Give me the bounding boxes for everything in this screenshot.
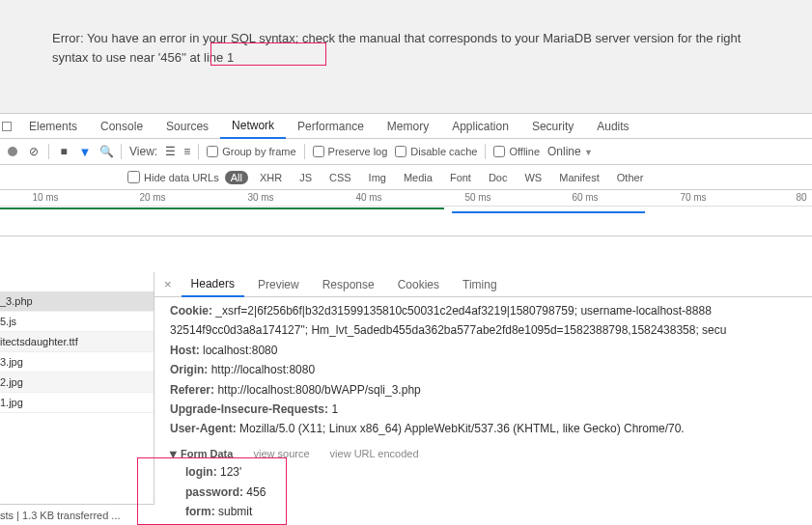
request-list: _3.php 5.js itectsdaughter.ttf 3.jpg 2.j… [0, 272, 154, 525]
tab-elements[interactable]: Elements [17, 114, 89, 139]
timeline-tick: 40 ms [355, 192, 381, 203]
timeline-tick: 50 ms [464, 192, 490, 203]
group-by-frame-checkbox[interactable]: Group by frame [207, 146, 295, 157]
view-url-encoded-link[interactable]: view URL encoded [330, 448, 419, 459]
timeline-tick: 10 ms [32, 192, 58, 203]
request-row[interactable]: 1.jpg [0, 393, 154, 413]
offline-checkbox[interactable]: Offline [493, 146, 540, 157]
timeline-bar-load [0, 207, 444, 209]
network-split-view: _3.php 5.js itectsdaughter.ttf 3.jpg 2.j… [0, 272, 812, 525]
request-row[interactable]: 2.jpg [0, 373, 154, 393]
separator [485, 144, 486, 159]
request-row[interactable]: itectsdaughter.ttf [0, 332, 154, 352]
network-filter-bar: Hide data URLs All XHR JS CSS Img Media … [0, 165, 812, 190]
header-key-origin: Origin: [170, 363, 208, 376]
form-val-password: 456 [246, 485, 266, 499]
separator [304, 144, 305, 159]
filter-media[interactable]: Media [398, 171, 438, 184]
close-icon[interactable]: × [158, 277, 178, 291]
network-timeline[interactable]: 10 ms 20 ms 30 ms 40 ms 50 ms 60 ms 70 m… [0, 190, 812, 236]
header-key-ua: User-Agent: [170, 422, 237, 435]
devtools-main-tabs: Elements Console Sources Network Perform… [0, 114, 812, 139]
tab-performance[interactable]: Performance [286, 114, 376, 139]
tab-console[interactable]: Console [89, 114, 154, 139]
header-key-referer: Referer: [170, 383, 214, 397]
form-data-section-header[interactable]: ▶Form Data view source view URL encoded [170, 439, 812, 463]
view-waterfall-icon[interactable]: ≡ [183, 145, 190, 158]
filter-doc[interactable]: Doc [483, 171, 514, 184]
network-status-footer: sts | 1.3 KB transferred ... [0, 504, 154, 525]
timeline-bar-dom [452, 211, 645, 213]
filter-js[interactable]: JS [294, 171, 318, 184]
tab-sources[interactable]: Sources [154, 114, 220, 139]
header-val-host: localhost:8080 [203, 344, 277, 357]
detail-tab-cookies[interactable]: Cookies [388, 272, 449, 297]
form-key-password: password: [185, 485, 243, 499]
search-icon[interactable]: 🔍 [99, 145, 113, 158]
timeline-tick: 30 ms [247, 192, 273, 203]
preserve-log-checkbox[interactable]: Preserve log [313, 146, 388, 157]
header-val-referer: http://localhost:8080/bWAPP/sqli_3.php [217, 383, 420, 397]
disable-cache-checkbox[interactable]: Disable cache [395, 146, 477, 157]
view-list-icon[interactable]: ☰ [165, 145, 176, 158]
clear-icon[interactable]: ⊘ [27, 145, 41, 158]
header-val-uir: 1 [331, 402, 338, 416]
header-val-cookie: _xsrf=2|6f256b6f|b32d31599135810c50031c2… [215, 304, 711, 318]
separator [48, 144, 49, 159]
timeline-ruler [0, 206, 812, 207]
chevron-down-icon: ▼ [584, 148, 593, 157]
form-key-login: login: [185, 465, 217, 479]
timeline-tick: 70 ms [680, 192, 706, 203]
filter-img[interactable]: Img [363, 171, 392, 184]
timeline-tick: 20 ms [139, 192, 165, 203]
network-toolbar: ⊘ ■ ▼ 🔍 View: ☰ ≡ Group by frame Preserv… [0, 139, 812, 165]
form-key-form: form: [185, 505, 215, 518]
webpage-content: Error: You have an error in your SQL syn… [0, 0, 812, 113]
header-val-ua: Mozilla/5.0 (X11; Linux x86_64) AppleWeb… [239, 422, 685, 435]
filter-manifest[interactable]: Manifest [553, 171, 605, 184]
form-val-login: 123' [220, 465, 241, 479]
filter-xhr[interactable]: XHR [254, 171, 288, 184]
tab-network[interactable]: Network [220, 113, 286, 139]
record-icon[interactable] [6, 145, 19, 158]
filter-css[interactable]: CSS [323, 171, 357, 184]
detail-tab-response[interactable]: Response [313, 272, 384, 297]
form-val-form: submit [218, 505, 252, 518]
view-source-link[interactable]: view source [253, 448, 309, 459]
header-val-cookie2: 32514f9cc0d3a8a174127"; Hm_lvt_5adedb455… [170, 323, 726, 337]
tab-memory[interactable]: Memory [376, 114, 440, 139]
tab-audits[interactable]: Audits [585, 114, 640, 139]
tab-application[interactable]: Application [440, 114, 520, 139]
tab-security[interactable]: Security [520, 114, 585, 139]
chevron-down-icon: ▶ [166, 452, 181, 458]
detail-tab-preview[interactable]: Preview [248, 272, 309, 297]
header-val-origin: http://localhost:8080 [211, 363, 315, 376]
camera-icon[interactable]: ■ [57, 145, 70, 158]
request-row[interactable]: 3.jpg [0, 352, 154, 373]
headers-content: Cookie: _xsrf=2|6f256b6f|b32d31599135810… [154, 297, 812, 525]
hide-data-urls-checkbox[interactable]: Hide data URLs [127, 171, 219, 183]
timeline-tick: 80 [796, 192, 806, 203]
filter-all[interactable]: All [225, 171, 248, 184]
filter-font[interactable]: Font [444, 171, 477, 184]
view-label: View: [129, 145, 157, 158]
header-key-cookie: Cookie: [170, 304, 212, 318]
header-key-host: Host: [170, 344, 200, 357]
filter-ws[interactable]: WS [518, 171, 547, 184]
header-key-uir: Upgrade-Insecure-Requests: [170, 402, 328, 416]
separator [121, 144, 122, 159]
timeline-tick: 60 ms [572, 192, 598, 203]
request-detail-pane: × Headers Preview Response Cookies Timin… [154, 272, 812, 525]
separator [198, 144, 199, 159]
detail-tabs: × Headers Preview Response Cookies Timin… [154, 272, 812, 297]
detail-tab-headers[interactable]: Headers [182, 271, 244, 297]
request-row[interactable]: _3.php [0, 291, 154, 312]
detail-tab-timing[interactable]: Timing [453, 272, 507, 297]
inspect-icon[interactable] [2, 122, 12, 131]
sql-error-message: Error: You have an error in your SQL syn… [52, 29, 760, 67]
filter-icon[interactable]: ▼ [78, 145, 92, 158]
throttling-select[interactable]: Online ▼ [547, 145, 593, 158]
request-row[interactable]: 5.js [0, 312, 154, 332]
filter-other[interactable]: Other [611, 171, 650, 184]
